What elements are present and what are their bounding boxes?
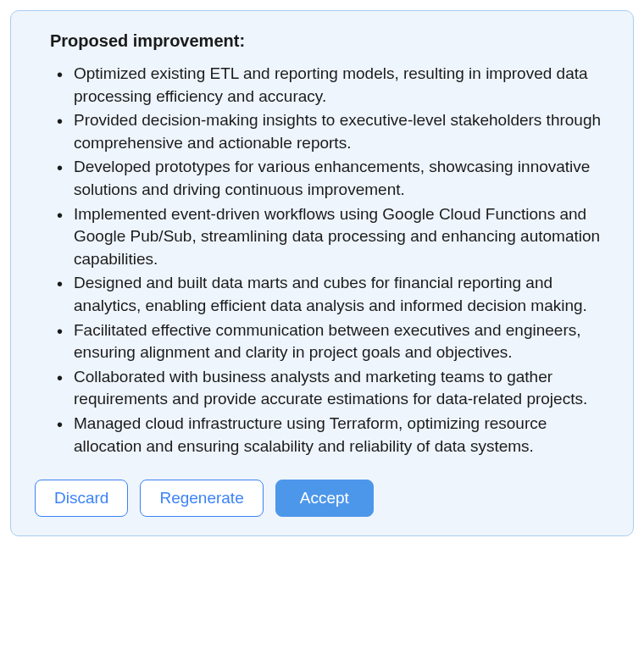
list-item: Designed and built data marts and cubes … xyxy=(50,272,609,317)
list-item: Managed cloud infrastructure using Terra… xyxy=(50,413,609,458)
card-title: Proposed improvement: xyxy=(35,31,609,51)
list-item: Optimized existing ETL and reporting mod… xyxy=(50,63,609,108)
accept-button[interactable]: Accept xyxy=(275,480,374,517)
regenerate-button[interactable]: Regenerate xyxy=(140,480,263,517)
bullet-list: Optimized existing ETL and reporting mod… xyxy=(35,63,609,458)
proposed-improvement-card: Proposed improvement: Optimized existing… xyxy=(10,10,634,536)
list-item: Provided decision-making insights to exe… xyxy=(50,109,609,154)
list-item: Implemented event-driven workflows using… xyxy=(50,203,609,271)
discard-button[interactable]: Discard xyxy=(35,480,128,517)
button-row: Discard Regenerate Accept xyxy=(35,480,609,517)
list-item: Developed prototypes for various enhance… xyxy=(50,156,609,201)
list-item: Collaborated with business analysts and … xyxy=(50,366,609,411)
list-item: Facilitated effective communication betw… xyxy=(50,319,609,364)
